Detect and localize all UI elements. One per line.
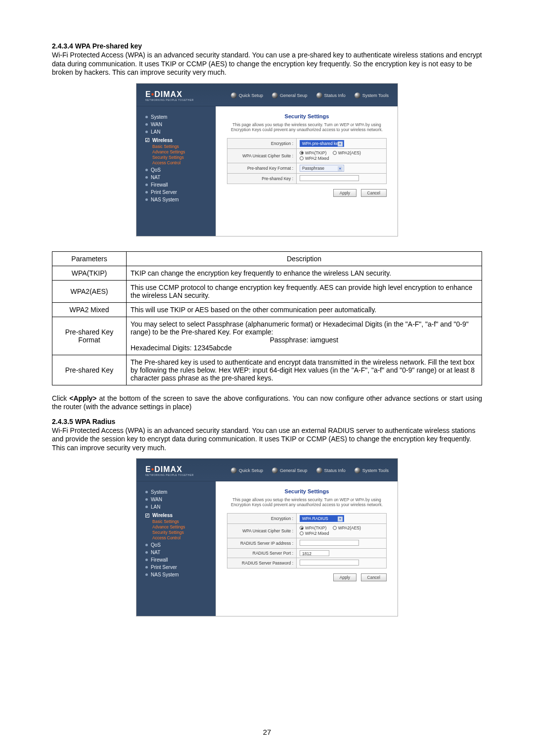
bullet-icon <box>145 566 148 568</box>
router-screenshot-psk: E•DIMAX NETWORKING PEOPLE TOGETHER Quick… <box>136 83 398 236</box>
checkbox-icon: ✓ <box>145 514 149 518</box>
sidebar-item-qos[interactable]: QoS <box>145 542 209 548</box>
nav-general-setup[interactable]: General Seup <box>272 468 308 473</box>
logo-tagline: NETWORKING PEOPLE TOGETHER <box>145 473 200 476</box>
sidebar-label: Print Server <box>151 565 177 570</box>
radius-port-input[interactable]: 1812 <box>300 550 329 556</box>
nav-label: System Tools <box>362 93 389 98</box>
sidebar-sub-security[interactable]: Security Settings <box>152 530 209 535</box>
nav-quick-setup[interactable]: Quick Setup <box>231 468 263 473</box>
chevron-down-icon: ▾ <box>338 166 343 171</box>
sidebar-sub-basic[interactable]: Basic Settings <box>152 519 209 524</box>
table-row: Pre-shared Key The Pre-shared key is use… <box>52 355 482 385</box>
radio-wpa-tkip[interactable]: WPA(TKIP) <box>300 525 326 530</box>
radius-password-input[interactable] <box>300 560 359 566</box>
desc-line: You may select to select Passphrase (alp… <box>131 320 469 336</box>
sidebar: System WAN LAN ✓Wireless Basic Settings … <box>145 112 209 204</box>
sidebar-item-lan[interactable]: LAN <box>145 504 209 510</box>
bullet-icon <box>145 573 148 576</box>
section-heading-psk: 2.4.3.4 WPA Pre-shared key <box>52 42 482 50</box>
radio-label: WPA(TKIP) <box>305 525 326 530</box>
preshared-key-input[interactable] <box>300 175 359 181</box>
select-value: WPA pre-shared key <box>302 141 340 146</box>
radio-wpa-tkip[interactable]: WPA(TKIP) <box>300 150 326 155</box>
key-format-select[interactable]: Passphrase▾ <box>300 165 344 172</box>
bullet-icon <box>145 123 148 126</box>
bullet-icon <box>145 544 148 546</box>
orb-icon <box>316 93 322 98</box>
param-desc: This use CCMP protocol to change encrypt… <box>127 280 482 302</box>
nav-status-info[interactable]: Status Info <box>316 468 346 473</box>
radio-wpa2-aes[interactable]: WPA2(AES) <box>333 150 361 155</box>
param-desc: You may select to select Passphrase (alp… <box>127 317 482 355</box>
radio-wpa2-aes[interactable]: WPA2(AES) <box>333 525 361 530</box>
radio-wpa2-mixed[interactable]: WPA2 Mixed <box>300 156 329 161</box>
row-label-radius-password: RADIUS Server Password : <box>227 558 297 568</box>
param-desc: TKIP can change the encryption key frequ… <box>127 266 482 280</box>
content-area: Security Settings This page allows you s… <box>216 481 398 616</box>
bullet-icon <box>145 116 148 118</box>
cancel-button[interactable]: Cancel <box>361 573 387 581</box>
sidebar-item-wireless[interactable]: ✓Wireless <box>145 138 209 143</box>
top-nav: Quick Setup General Seup Status Info Sys… <box>231 468 389 473</box>
sidebar-item-wireless[interactable]: ✓Wireless <box>145 513 209 518</box>
sidebar-label: NAT <box>151 175 160 180</box>
nav-system-tools[interactable]: System Tools <box>355 468 389 473</box>
orb-icon <box>355 93 360 98</box>
radius-ip-input[interactable] <box>300 540 359 546</box>
param-name: WPA2(AES) <box>52 280 127 302</box>
nav-label: Quick Setup <box>239 468 263 473</box>
param-desc: The Pre-shared key is used to authentica… <box>127 355 482 385</box>
top-nav: Quick Setup General Seup Status Info Sys… <box>231 93 389 98</box>
button-row: Apply Cancel <box>227 189 387 197</box>
edimax-logo: E•DIMAX NETWORKING PEOPLE TOGETHER <box>145 91 200 101</box>
sidebar-item-nas[interactable]: NAS System <box>145 572 209 577</box>
sidebar-item-lan[interactable]: LAN <box>145 129 209 135</box>
content-title: Security Settings <box>227 488 387 494</box>
sidebar-item-nat[interactable]: NAT <box>145 550 209 555</box>
sidebar-label: QoS <box>151 542 161 548</box>
nav-status-info[interactable]: Status Info <box>316 93 346 98</box>
sidebar-item-print[interactable]: Print Server <box>145 189 209 195</box>
sidebar-sub-basic[interactable]: Basic Settings <box>152 144 209 149</box>
sidebar-sub-security[interactable]: Security Settings <box>152 155 209 160</box>
sidebar-sub-access[interactable]: Access Control <box>152 535 209 540</box>
sidebar-sub-advance[interactable]: Advance Settings <box>152 524 209 529</box>
config-table: Encryption : WPA pre-shared key▾ WPA Uni… <box>227 138 387 184</box>
sidebar-item-system[interactable]: System <box>145 114 209 120</box>
desc-line: Encryption Keys could prevent any unauth… <box>227 502 387 507</box>
radio-label: WPA(TKIP) <box>305 150 326 155</box>
row-label-radius-port: RADIUS Server Port : <box>227 549 297 558</box>
sidebar-item-print[interactable]: Print Server <box>145 565 209 570</box>
nav-label: Status Info <box>324 93 346 98</box>
section-para-psk: Wi-Fi Protected Access (WPA) is an advan… <box>52 51 482 77</box>
sidebar-label: WAN <box>151 122 162 127</box>
nav-label: Status Info <box>324 468 346 473</box>
sidebar-item-qos[interactable]: QoS <box>145 167 209 173</box>
row-label-cipher: WPA Unicast Cipher Suite : <box>227 524 297 538</box>
sidebar-item-nas[interactable]: NAS System <box>145 197 209 202</box>
apply-button[interactable]: Apply <box>333 573 356 581</box>
nav-general-setup[interactable]: General Seup <box>272 93 308 98</box>
sidebar-item-firewall[interactable]: Firewall <box>145 557 209 563</box>
radio-wpa2-mixed[interactable]: WPA2 Mixed <box>300 531 329 536</box>
sidebar-item-wan[interactable]: WAN <box>145 497 209 502</box>
sidebar-item-wan[interactable]: WAN <box>145 122 209 127</box>
sidebar: System WAN LAN ✓Wireless Basic Settings … <box>145 487 209 579</box>
nav-label: Quick Setup <box>239 93 263 98</box>
note-post: at the bottom of the screen to save the … <box>52 394 482 411</box>
orb-icon <box>355 468 360 473</box>
sidebar-item-firewall[interactable]: Firewall <box>145 182 209 188</box>
sidebar-sub-advance[interactable]: Advance Settings <box>152 149 209 154</box>
encryption-select[interactable]: WPA pre-shared key▾ <box>300 140 344 147</box>
orb-icon <box>231 468 237 473</box>
sidebar-item-nat[interactable]: NAT <box>145 175 209 180</box>
nav-quick-setup[interactable]: Quick Setup <box>231 93 263 98</box>
cancel-button[interactable]: Cancel <box>361 189 387 197</box>
bullet-icon <box>145 198 148 201</box>
sidebar-item-system[interactable]: System <box>145 489 209 495</box>
nav-system-tools[interactable]: System Tools <box>355 93 389 98</box>
encryption-select[interactable]: WPA RADIUS▾ <box>300 515 344 522</box>
sidebar-sub-access[interactable]: Access Control <box>152 160 209 165</box>
apply-button[interactable]: Apply <box>333 189 356 197</box>
